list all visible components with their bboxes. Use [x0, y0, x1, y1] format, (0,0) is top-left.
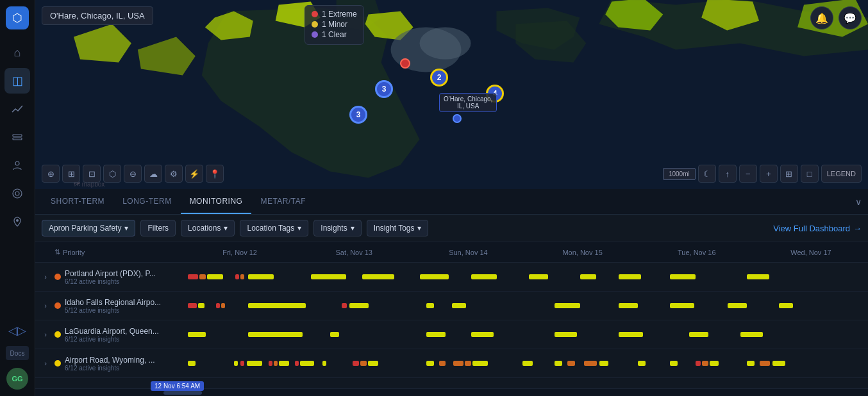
- timeline-laguardia: [183, 320, 868, 349]
- sidebar-item-locations[interactable]: [4, 209, 30, 235]
- product-dropdown[interactable]: Apron Parking Safety: [42, 220, 135, 236]
- insight-tags-dropdown[interactable]: Insight Togs: [367, 220, 429, 236]
- scroll-thumb[interactable]: [163, 391, 202, 395]
- scroll-bar-area[interactable]: 12 Nov 6:54 AM: [35, 388, 868, 396]
- name-idaho: Idaho Falls Regional Airpo...: [65, 298, 178, 307]
- row-laguardia[interactable]: › LaGuardia Airport, Queen... 6/12 activ…: [35, 320, 868, 349]
- timeline-dates: Fri, Nov 12 Sat, Nov 13 Sun, Nov 14 Mon,…: [183, 249, 868, 256]
- screenshot[interactable]: □: [801, 165, 819, 183]
- sidebar-item-expand[interactable]: ◁▷: [4, 318, 30, 343]
- row-info-laguardia: › LaGuardia Airport, Queen... 6/12 activ…: [35, 323, 183, 347]
- alert-tool[interactable]: ⚡: [185, 165, 203, 183]
- sidebar-item-map[interactable]: ◫: [4, 68, 30, 94]
- ohare-label: O'Hare, Chicago,IL, USA: [439, 93, 497, 112]
- polygon-tool[interactable]: ⬡: [103, 165, 121, 183]
- logo-icon: ⬡: [12, 11, 22, 25]
- map-marker-3b[interactable]: 3: [349, 106, 367, 124]
- map-right-controls: 1000mi ☾ ↑ − + ⊞ □ LEGEND: [663, 165, 862, 183]
- expand-laguardia[interactable]: ›: [40, 329, 51, 340]
- fullscreen[interactable]: ⊞: [780, 165, 798, 183]
- locations-dropdown[interactable]: Locations: [181, 220, 235, 236]
- tabs-row: SHORT-TERM LONG-TERM MONITORING METAR/TA…: [35, 189, 868, 215]
- insights-dropdown[interactable]: Insights: [313, 220, 361, 236]
- map-marker-3a[interactable]: 3: [375, 80, 393, 98]
- date-wed: Wed, Nov 17: [754, 249, 868, 256]
- filters-label: Filters: [147, 224, 169, 233]
- sidebar-item-alerts[interactable]: [4, 181, 30, 206]
- select-tool[interactable]: ⊡: [83, 165, 101, 183]
- sidebar: ⬡ ⌂ ◫ ◁▷ Docs GG: [0, 0, 35, 396]
- svg-point-3: [13, 189, 22, 198]
- layers-tool[interactable]: ⊞: [62, 165, 80, 183]
- row-info-wyoming: › Airport Road, Wyoming, ... 6/12 active…: [35, 352, 183, 375]
- insight-tags-label: Insight Togs: [374, 224, 415, 233]
- map-marker-red[interactable]: [400, 58, 410, 69]
- map-area[interactable]: O'Hare, Chicago, IL, USA 1 Extreme 1 Min…: [35, 0, 868, 189]
- row-wyoming[interactable]: › Airport Road, Wyoming, ... 6/12 active…: [35, 349, 868, 378]
- status-idaho: [54, 302, 61, 309]
- zoom-out[interactable]: −: [739, 165, 757, 183]
- settings-tool[interactable]: ⚙: [165, 165, 183, 183]
- scroll-tooltip: 12 Nov 6:54 AM: [151, 381, 204, 391]
- sidebar-item-docs[interactable]: Docs: [6, 346, 29, 360]
- legend-toggle[interactable]: LEGEND: [821, 165, 862, 183]
- svg-point-4: [15, 192, 19, 195]
- date-sun: Sun, Nov 14: [411, 249, 525, 256]
- tabs-chevron[interactable]: ∨: [855, 197, 862, 207]
- product-chevron: [124, 224, 128, 233]
- svg-point-5: [16, 219, 19, 222]
- weather-tool[interactable]: ☁: [144, 165, 162, 183]
- text-idaho: Idaho Falls Regional Airpo... 5/12 activ…: [65, 298, 178, 314]
- measure-tool[interactable]: ⊖: [124, 165, 142, 183]
- expand-portland[interactable]: ›: [40, 272, 51, 282]
- app-logo[interactable]: ⬡: [6, 6, 29, 29]
- weather-minor: 1 Minor: [312, 20, 357, 29]
- sidebar-item-layers[interactable]: [4, 124, 30, 150]
- user-avatar[interactable]: GG: [6, 368, 28, 390]
- scale-bar: 1000mi: [663, 168, 696, 180]
- priority-sort[interactable]: Priority: [35, 248, 183, 256]
- weather-clear: 1 Clear: [312, 30, 357, 39]
- sub-wyoming: 6/12 active insights: [65, 365, 178, 372]
- filters-button[interactable]: Filters: [140, 220, 176, 236]
- locations-chevron: [224, 224, 228, 233]
- sidebar-item-analytics[interactable]: [4, 96, 30, 122]
- tab-monitoring[interactable]: MONITORING: [181, 189, 252, 214]
- row-portland[interactable]: › Portland Airport (PDX), P... 6/12 acti…: [35, 263, 868, 292]
- pin-tool[interactable]: 📍: [206, 165, 224, 183]
- expand-wyoming[interactable]: ›: [40, 358, 51, 368]
- sidebar-item-users[interactable]: [4, 153, 30, 178]
- map-marker-2[interactable]: 2: [430, 69, 448, 87]
- sub-laguardia: 6/12 active insights: [65, 336, 178, 343]
- name-wyoming: Airport Road, Wyoming, ...: [65, 356, 178, 365]
- tab-metar-taf[interactable]: METAR/TAF: [251, 189, 315, 214]
- timeline-header: Priority Fri, Nov 12 Sat, Nov 13 Sun, No…: [35, 242, 868, 263]
- user-menu-button[interactable]: 💬: [839, 6, 862, 29]
- row-idaho[interactable]: › Idaho Falls Regional Airpo... 5/12 act…: [35, 292, 868, 320]
- map-toolbar: ⊕ ⊞ ⊡ ⬡ ⊖ ☁ ⚙ ⚡ 📍: [42, 165, 224, 183]
- tab-short-term[interactable]: SHORT-TERM: [42, 189, 113, 214]
- sidebar-item-home[interactable]: ⌂: [4, 40, 30, 65]
- date-mon: Mon, Nov 15: [526, 249, 640, 256]
- expand-idaho[interactable]: ›: [40, 301, 51, 311]
- extreme-dot: [312, 11, 318, 17]
- north-arrow[interactable]: ↑: [719, 165, 737, 183]
- sort-icon: [54, 248, 60, 256]
- location-bar[interactable]: O'Hare, Chicago, IL, USA: [42, 6, 153, 25]
- insights-label: Insights: [321, 224, 347, 233]
- tab-long-term[interactable]: LONG-TERM: [113, 189, 181, 214]
- filter-row: Apron Parking Safety Filters Locations L…: [35, 215, 868, 242]
- map-marker-small[interactable]: [453, 114, 462, 123]
- top-right-icons: 🔔 💬: [810, 6, 862, 29]
- row-info-portland: › Portland Airport (PDX), P... 6/12 acti…: [35, 265, 183, 289]
- location-tool[interactable]: ⊕: [42, 165, 60, 183]
- view-dashboard-button[interactable]: View Full Dashboard: [773, 224, 862, 233]
- status-portland: [54, 274, 61, 280]
- svg-point-8: [420, 28, 471, 60]
- location-tags-dropdown[interactable]: Location Tags: [240, 220, 308, 236]
- notification-button[interactable]: 🔔: [810, 6, 833, 29]
- timeline-portland: [183, 263, 868, 291]
- zoom-in[interactable]: +: [760, 165, 778, 183]
- status-wyoming: [54, 360, 61, 367]
- theme-toggle[interactable]: ☾: [698, 165, 716, 183]
